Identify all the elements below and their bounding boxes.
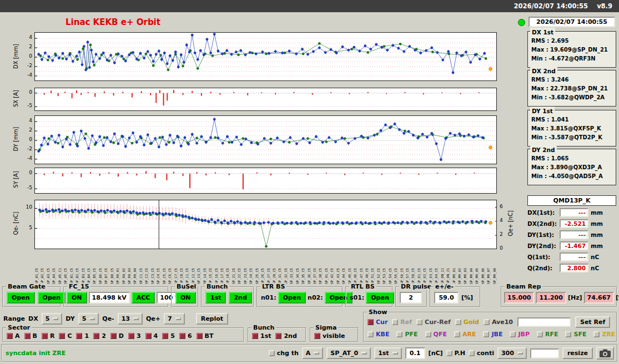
- checkbox[interactable]: [179, 333, 185, 339]
- checkbox[interactable]: [269, 350, 275, 356]
- sector-checkbox-c[interactable]: C: [59, 332, 72, 340]
- plot-dx[interactable]: [34, 32, 497, 81]
- bpm-label: SP_17_C5: [220, 251, 224, 284]
- sigma-checkbox-visible[interactable]: visible: [314, 332, 345, 340]
- checkbox[interactable]: [314, 333, 320, 339]
- bpm-label: SP_C3_C5: [150, 251, 155, 284]
- checkbox[interactable]: [368, 331, 374, 337]
- threshold-field[interactable]: 0.1: [405, 347, 425, 359]
- sector-checkbox-5[interactable]: 5: [162, 332, 175, 340]
- fc15-on-button[interactable]: ON: [67, 292, 87, 304]
- show-checkbox-kbe[interactable]: KBE: [368, 331, 389, 338]
- sector-checkbox-1[interactable]: 1: [76, 332, 89, 340]
- checkbox-label: RFE: [545, 331, 558, 338]
- checkbox[interactable]: [252, 333, 258, 339]
- checkbox[interactable]: [145, 333, 152, 339]
- bunch-2nd-button[interactable]: 2nd: [229, 292, 251, 304]
- checkbox[interactable]: [454, 331, 460, 337]
- checkbox[interactable]: [7, 333, 13, 339]
- checkbox[interactable]: [425, 331, 431, 337]
- checkbox[interactable]: [392, 319, 398, 325]
- bpm-select[interactable]: SP_AT_0: [326, 347, 371, 359]
- plot-sy[interactable]: [34, 168, 497, 194]
- resize-button[interactable]: resize: [562, 347, 593, 359]
- sector-checkbox-r[interactable]: R: [42, 332, 54, 340]
- monitor-row-unit: mm: [591, 231, 603, 238]
- range-dy-select[interactable]: 5: [78, 313, 99, 325]
- range-qe-plus-select[interactable]: 7: [164, 313, 185, 325]
- show-checkbox-jbe[interactable]: JBE: [483, 331, 502, 338]
- checkbox[interactable]: [110, 333, 117, 339]
- sector-checkbox-b[interactable]: B: [24, 332, 37, 340]
- checkbox[interactable]: [484, 319, 490, 325]
- bunch-select[interactable]: 1st: [374, 347, 401, 359]
- show-checkbox-jbp[interactable]: JBP: [510, 331, 530, 338]
- group-label: Beam Rep: [505, 283, 542, 290]
- checkbox[interactable]: [396, 331, 402, 337]
- conti-checkbox[interactable]: conti: [469, 350, 494, 357]
- blank-field[interactable]: [530, 348, 559, 358]
- checkbox[interactable]: [455, 319, 461, 325]
- sector-checkbox-d[interactable]: D: [110, 332, 124, 340]
- range-qe-minus-select[interactable]: 13: [118, 313, 143, 325]
- sector-checkbox-2[interactable]: 2: [93, 332, 106, 340]
- checkbox[interactable]: [537, 331, 543, 337]
- checkbox[interactable]: [76, 333, 82, 339]
- chg-th-checkbox[interactable]: chg th: [269, 350, 299, 357]
- selected-bpm-name[interactable]: QMD13P_K: [527, 195, 616, 206]
- checkbox[interactable]: [368, 319, 374, 325]
- show-checkbox-rfe[interactable]: RFE: [537, 331, 558, 338]
- show-checkbox-pfe[interactable]: PFE: [396, 331, 417, 338]
- checkbox[interactable]: [510, 331, 516, 337]
- checkbox[interactable]: [275, 333, 281, 339]
- show-checkbox-cur-ref[interactable]: Cur-Ref: [416, 318, 451, 326]
- busel-on-button[interactable]: ON: [175, 292, 196, 304]
- ltr-n01-open-button[interactable]: Open: [278, 292, 306, 304]
- show-checkbox-ref[interactable]: Ref: [392, 318, 412, 326]
- checkbox[interactable]: [593, 331, 600, 337]
- checkbox[interactable]: [93, 333, 99, 339]
- show-checkbox-qfe[interactable]: QFE: [425, 331, 447, 338]
- checkbox[interactable]: [24, 333, 31, 339]
- checkbox[interactable]: [197, 333, 203, 339]
- show-checkbox-zre[interactable]: ZRE: [593, 331, 615, 338]
- checkbox[interactable]: [42, 333, 48, 339]
- sector-checkbox-a[interactable]: A: [7, 332, 20, 340]
- sector-checkbox-6[interactable]: 6: [179, 332, 192, 340]
- range-dx-select[interactable]: 5: [42, 313, 63, 325]
- show-checkbox-are[interactable]: ARE: [454, 331, 476, 338]
- bunch-checkbox-1st[interactable]: 1st: [252, 332, 271, 340]
- checkbox[interactable]: [565, 331, 571, 337]
- checkbox[interactable]: [483, 331, 489, 337]
- show-checkbox-ave10[interactable]: Ave10: [484, 318, 513, 326]
- bunch-checkbox-2nd[interactable]: 2nd: [275, 332, 296, 340]
- checkbox-label: JBE: [491, 331, 502, 338]
- checkbox[interactable]: [469, 350, 475, 356]
- plot-sx[interactable]: [34, 88, 497, 111]
- replot-button[interactable]: Replot: [196, 313, 228, 325]
- plot-qe[interactable]: [34, 200, 497, 249]
- interval-select[interactable]: 300: [497, 347, 527, 359]
- beam-gate-open-button-2[interactable]: Open: [38, 292, 66, 304]
- snapshot-button[interactable]: [596, 347, 614, 360]
- show-checkbox-gold[interactable]: Gold: [455, 318, 479, 326]
- checkbox[interactable]: [128, 333, 134, 339]
- sector-select[interactable]: A: [302, 347, 324, 359]
- sector-checkbox-4[interactable]: 4: [145, 332, 158, 340]
- fc15-acc-button[interactable]: ACC: [132, 292, 155, 304]
- plot-dy[interactable]: [34, 115, 497, 164]
- checkbox[interactable]: [446, 350, 452, 356]
- show-checkbox-sfe[interactable]: SFE: [565, 331, 586, 338]
- bunch-1st-button[interactable]: 1st: [205, 292, 226, 304]
- rtl-s01-open-button[interactable]: Open: [366, 292, 394, 304]
- checkbox[interactable]: [162, 333, 168, 339]
- checkbox[interactable]: [416, 319, 422, 325]
- sector-checkbox-bt[interactable]: BT: [197, 332, 214, 340]
- set-ref-button[interactable]: Set Ref: [575, 316, 610, 328]
- checkbox[interactable]: [59, 333, 65, 339]
- sector-checkbox-3[interactable]: 3: [128, 332, 141, 340]
- show-checkbox-cur[interactable]: Cur: [368, 318, 387, 326]
- beam-gate-open-button-1[interactable]: Open: [7, 292, 35, 304]
- set-ref-input[interactable]: [517, 317, 571, 327]
- ph-checkbox[interactable]: P.H: [446, 350, 465, 357]
